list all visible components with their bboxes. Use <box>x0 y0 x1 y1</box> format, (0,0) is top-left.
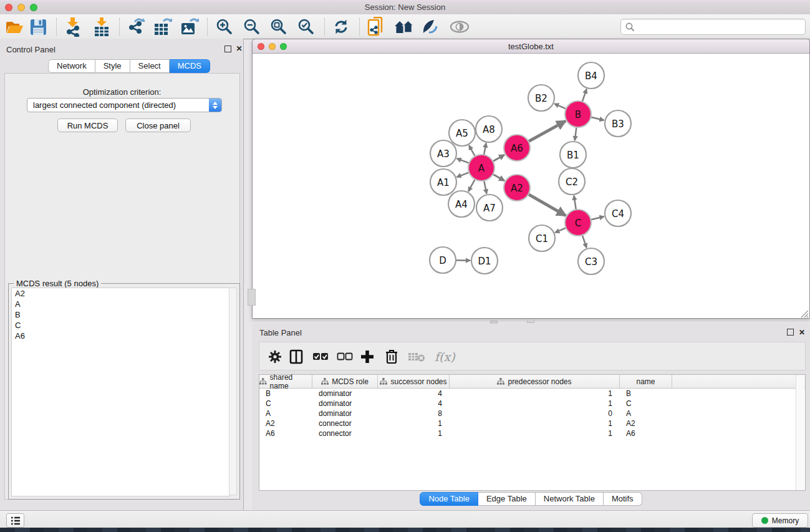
dropdown-stepper-icon <box>209 99 221 112</box>
criterion-dropdown[interactable]: largest connected component (directed) <box>27 98 222 112</box>
zoom-in-icon[interactable] <box>216 17 233 37</box>
refresh-layout-icon[interactable] <box>332 17 350 37</box>
edge-A2-C[interactable] <box>528 194 566 216</box>
task-history-button[interactable] <box>6 513 24 528</box>
result-item[interactable]: C <box>12 320 229 331</box>
function-builder-icon[interactable]: f(x) <box>435 349 455 365</box>
zoom-out-icon[interactable] <box>243 17 261 37</box>
cell: connector <box>312 428 378 438</box>
vertical-scrollbar-thumb[interactable] <box>248 289 256 306</box>
add-column-icon[interactable] <box>360 349 375 365</box>
column-header-name[interactable]: name <box>620 375 672 388</box>
save-session-icon[interactable] <box>30 17 47 37</box>
table-row-A[interactable]: Adominator80A <box>259 409 805 418</box>
home-views-icon[interactable] <box>394 17 414 37</box>
edge-C-C4[interactable] <box>590 216 604 220</box>
export-network-icon[interactable] <box>127 17 145 37</box>
control-panel-title: Control Panel <box>6 45 55 54</box>
column-header-shared-name[interactable]: shared name <box>259 375 312 388</box>
graph-node-label: A8 <box>483 124 495 135</box>
tab-select[interactable]: Select <box>130 59 170 73</box>
edge-C-C2[interactable] <box>574 196 576 210</box>
edge-B-B2[interactable] <box>554 104 567 109</box>
column-header-MCDS-role[interactable]: MCDS role <box>312 375 378 388</box>
show-hide-eye-icon[interactable] <box>450 17 470 37</box>
tab-network-table[interactable]: Network Table <box>536 492 604 506</box>
edge-A-A2[interactable] <box>492 174 504 181</box>
edge-C-C1[interactable] <box>555 228 567 233</box>
edge-A6-B[interactable] <box>528 121 566 142</box>
column-header-successor-nodes[interactable]: successor nodes <box>378 375 450 388</box>
close-panel-icon[interactable]: ✕ <box>236 46 243 52</box>
float-panel-icon[interactable] <box>224 46 231 52</box>
result-item[interactable]: A2 <box>12 288 229 299</box>
new-network-from-selection-icon[interactable] <box>367 17 386 37</box>
graphics-details-icon[interactable] <box>422 17 439 37</box>
tab-style[interactable]: Style <box>95 59 130 73</box>
tab-node-table[interactable]: Node Table <box>420 492 478 506</box>
graph-node-label: A6 <box>511 143 523 154</box>
memory-status-icon <box>761 517 768 524</box>
edge-A-A3[interactable] <box>457 158 470 163</box>
cell: C <box>620 399 672 409</box>
delete-table-icon[interactable] <box>408 349 425 365</box>
graph-node-label: B3 <box>612 118 624 130</box>
edge-A-A7[interactable] <box>484 180 486 194</box>
float-table-panel-icon[interactable] <box>787 329 794 336</box>
resize-grip-icon[interactable] <box>799 309 809 318</box>
graph-node-label: B4 <box>585 70 597 82</box>
show-column-icon[interactable] <box>289 349 303 365</box>
close-panel-button[interactable]: Close panel <box>125 118 191 132</box>
search-input[interactable] <box>635 21 805 32</box>
mcds-result-scrollbar[interactable] <box>229 288 237 495</box>
export-image-icon[interactable] <box>180 17 199 37</box>
cell: dominator <box>312 389 378 399</box>
memory-button[interactable]: Memory <box>752 513 808 528</box>
node-table[interactable]: shared nameMCDS rolesuccessor nodesprede… <box>259 374 806 491</box>
network-graph-canvas[interactable]: B4B2BB3A5A8A6A3B1AA1C2A2A4A7C4CC1C3DD1 <box>253 54 809 318</box>
export-table-icon[interactable] <box>153 17 172 37</box>
select-all-checkboxes-icon[interactable] <box>312 349 329 365</box>
zoom-selected-icon[interactable] <box>297 17 315 37</box>
tab-network[interactable]: Network <box>48 59 95 73</box>
attribute-tree-icon <box>380 378 387 385</box>
edge-A-A4[interactable] <box>468 179 475 191</box>
mcds-result-list: A2ABCA6 <box>11 288 230 496</box>
result-item[interactable]: A6 <box>12 331 229 341</box>
column-header-predecessor-nodes[interactable]: predecessor nodes <box>450 375 620 388</box>
horizontal-scrollbar-thumb[interactable] <box>527 319 534 323</box>
import-network-from-file-icon[interactable] <box>64 17 82 37</box>
edge-A-A6[interactable] <box>492 155 504 162</box>
open-file-icon[interactable] <box>5 17 24 37</box>
edge-B-B1[interactable] <box>575 127 577 140</box>
table-panel-tabs: Node TableEdge TableNetwork TableMotifs <box>252 492 810 506</box>
edge-C-C3[interactable] <box>582 235 586 248</box>
delete-column-icon[interactable] <box>384 349 399 365</box>
table-row-A2[interactable]: A2connector11A2 <box>259 418 805 428</box>
attribute-tree-icon <box>259 378 267 385</box>
edge-B-B3[interactable] <box>590 117 604 120</box>
edge-A-A1[interactable] <box>457 172 470 177</box>
result-item[interactable]: A <box>12 299 229 309</box>
table-scrollbar[interactable] <box>796 375 804 490</box>
import-table-from-file-icon[interactable] <box>93 17 110 37</box>
search-field[interactable] <box>620 19 806 35</box>
tab-motifs[interactable]: Motifs <box>604 492 642 506</box>
edge-B-B4[interactable] <box>582 89 586 102</box>
settings-gear-icon[interactable] <box>268 349 282 365</box>
edge-A-A5[interactable] <box>469 145 475 157</box>
table-row-B[interactable]: Bdominator41B <box>259 389 805 399</box>
table-row-A6[interactable]: A6connector11A6 <box>259 428 805 438</box>
edge-A-A8[interactable] <box>484 143 486 156</box>
tab-mcds[interactable]: MCDS <box>170 59 210 73</box>
tab-edge-table[interactable]: Edge Table <box>478 492 536 506</box>
result-item[interactable]: B <box>12 309 229 320</box>
close-table-panel-icon[interactable]: ✕ <box>799 328 805 337</box>
clear-all-checkboxes-icon[interactable] <box>337 349 353 365</box>
run-mcds-button[interactable]: Run MCDS <box>57 118 118 132</box>
search-icon <box>625 22 635 32</box>
toolbar-separator <box>56 18 57 36</box>
network-window-titlebar[interactable]: testGlobe.txt <box>253 39 809 54</box>
zoom-fit-icon[interactable] <box>270 17 287 37</box>
table-row-C[interactable]: Cdominator41C <box>259 399 805 409</box>
